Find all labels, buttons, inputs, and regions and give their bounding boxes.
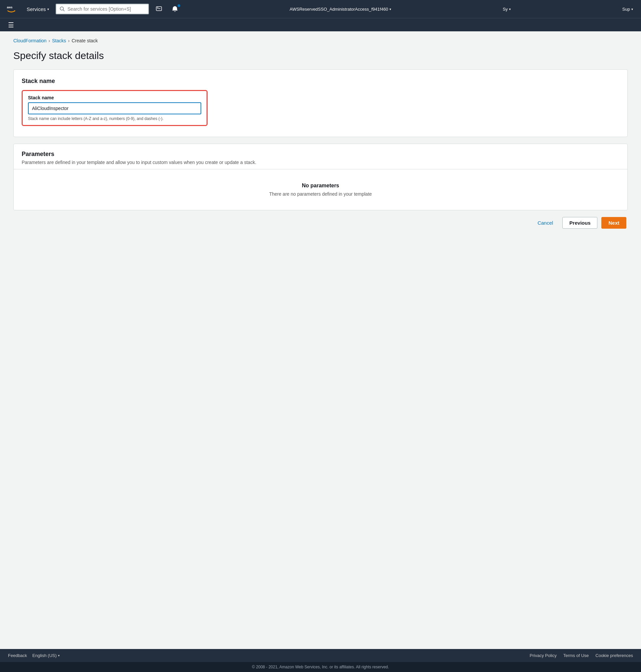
services-label: Services: [27, 6, 46, 12]
parameters-empty-state: No parameters There are no parameters de…: [14, 169, 627, 210]
top-nav: aws Services ▾: [0, 0, 641, 18]
cancel-button[interactable]: Cancel: [532, 217, 558, 228]
secondary-nav: ☰: [0, 18, 641, 31]
previous-button[interactable]: Previous: [562, 217, 597, 229]
no-params-title: No parameters: [22, 183, 619, 189]
breadcrumb-current: Create stack: [72, 38, 98, 43]
feedback-link[interactable]: Feedback: [8, 653, 27, 658]
support-label: Sup: [622, 7, 630, 12]
stack-name-input[interactable]: [28, 102, 201, 114]
stack-name-card: Stack name Stack name Stack name can inc…: [13, 69, 628, 137]
main-content: CloudFormation › Stacks › Create stack S…: [0, 31, 641, 649]
footer-nav: Feedback English (US) ▾ Privacy Policy T…: [0, 649, 641, 662]
services-chevron-icon: ▾: [47, 7, 49, 11]
account-chevron-icon: ▾: [390, 7, 391, 11]
privacy-policy-link[interactable]: Privacy Policy: [530, 653, 557, 658]
region-label: Sy: [503, 7, 508, 12]
breadcrumb-stacks[interactable]: Stacks: [52, 38, 66, 43]
stack-name-card-title: Stack name: [22, 78, 619, 85]
region-menu-button[interactable]: Sy ▾: [500, 5, 514, 13]
svg-text:aws: aws: [7, 6, 13, 9]
bell-icon: [172, 6, 178, 12]
next-button[interactable]: Next: [601, 217, 626, 229]
terms-of-use-link[interactable]: Terms of Use: [563, 653, 589, 658]
footer-right: Privacy Policy Terms of Use Cookie prefe…: [530, 653, 633, 658]
aws-logo-icon: aws: [5, 3, 17, 15]
language-chevron-icon: ▾: [58, 654, 60, 657]
footer-left: Feedback English (US) ▾: [8, 653, 60, 658]
stack-name-field-label: Stack name: [28, 95, 201, 100]
services-button[interactable]: Services ▾: [24, 5, 52, 13]
account-name-label: AWSReservedSSO_AdministratorAccess_f941f…: [289, 7, 388, 12]
language-label: English (US): [32, 653, 57, 658]
aws-logo[interactable]: aws: [5, 3, 17, 15]
terminal-icon: [155, 6, 162, 12]
footer-copyright: © 2008 - 2021, Amazon Web Services, Inc.…: [0, 662, 641, 672]
breadcrumb-cloudformation[interactable]: CloudFormation: [13, 38, 47, 43]
breadcrumb: CloudFormation › Stacks › Create stack: [13, 38, 628, 43]
stack-name-highlighted-section: Stack name Stack name can include letter…: [22, 90, 207, 126]
parameters-description: Parameters are defined in your template …: [22, 160, 619, 165]
hamburger-icon: ☰: [8, 21, 14, 29]
parameters-header: Parameters Parameters are defined in you…: [14, 144, 627, 169]
search-bar: [56, 4, 149, 14]
page-title: Specify stack details: [13, 50, 628, 61]
stack-name-hint: Stack name can include letters (A-Z and …: [28, 116, 201, 121]
support-menu-button[interactable]: Sup ▾: [620, 5, 636, 13]
region-chevron-icon: ▾: [509, 7, 511, 11]
cloudshell-button[interactable]: [153, 4, 165, 14]
breadcrumb-sep-2: ›: [68, 38, 70, 43]
notification-badge: [178, 4, 180, 7]
hamburger-menu-button[interactable]: ☰: [5, 20, 17, 30]
breadcrumb-sep-1: ›: [49, 38, 50, 43]
footer: Feedback English (US) ▾ Privacy Policy T…: [0, 649, 641, 672]
svg-line-4: [63, 10, 64, 11]
search-icon: [60, 6, 65, 12]
no-params-description: There are no parameters defined in your …: [22, 191, 619, 197]
search-input[interactable]: [68, 6, 145, 12]
account-menu-button[interactable]: AWSReservedSSO_AdministratorAccess_f941f…: [287, 5, 394, 13]
notifications-container: [169, 4, 181, 14]
parameters-card: Parameters Parameters are defined in you…: [13, 144, 628, 210]
cookie-preferences-link[interactable]: Cookie preferences: [595, 653, 633, 658]
parameters-title: Parameters: [22, 151, 619, 158]
support-chevron-icon: ▾: [631, 7, 633, 11]
actions-row: Cancel Previous Next: [13, 217, 628, 229]
language-selector[interactable]: English (US) ▾: [32, 653, 60, 658]
